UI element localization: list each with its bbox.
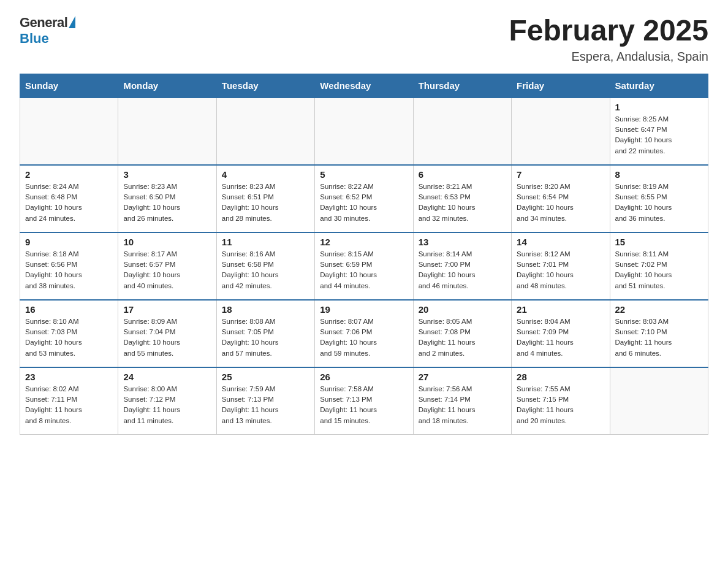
logo: General Blue	[20, 15, 75, 47]
day-number: 11	[222, 237, 309, 247]
calendar-cell	[20, 98, 118, 165]
calendar-cell	[512, 98, 610, 165]
day-number: 20	[419, 304, 506, 315]
week-row-2: 2Sunrise: 8:24 AM Sunset: 6:48 PM Daylig…	[20, 165, 708, 232]
day-number: 5	[320, 169, 408, 180]
logo-triangle-icon	[69, 16, 75, 28]
day-info: Sunrise: 8:17 AM Sunset: 6:57 PM Dayligh…	[123, 249, 211, 291]
day-info: Sunrise: 8:12 AM Sunset: 7:01 PM Dayligh…	[517, 249, 604, 291]
day-info: Sunrise: 8:23 AM Sunset: 6:50 PM Dayligh…	[123, 182, 211, 224]
day-number: 12	[320, 237, 408, 247]
day-number: 22	[615, 304, 703, 315]
day-header-sunday: Sunday	[20, 74, 118, 98]
calendar-subtitle: Espera, Andalusia, Spain	[509, 50, 708, 64]
calendar-cell: 27Sunrise: 7:56 AM Sunset: 7:14 PM Dayli…	[413, 367, 511, 435]
day-info: Sunrise: 8:07 AM Sunset: 7:06 PM Dayligh…	[320, 316, 408, 359]
day-info: Sunrise: 8:04 AM Sunset: 7:09 PM Dayligh…	[517, 316, 604, 359]
day-info: Sunrise: 8:22 AM Sunset: 6:52 PM Dayligh…	[320, 182, 408, 224]
calendar-cell: 17Sunrise: 8:09 AM Sunset: 7:04 PM Dayli…	[118, 300, 216, 367]
day-number: 16	[25, 304, 113, 315]
calendar-cell: 28Sunrise: 7:55 AM Sunset: 7:15 PM Dayli…	[512, 367, 610, 435]
day-info: Sunrise: 8:25 AM Sunset: 6:47 PM Dayligh…	[615, 114, 703, 156]
calendar-cell: 7Sunrise: 8:20 AM Sunset: 6:54 PM Daylig…	[512, 165, 610, 232]
day-info: Sunrise: 8:24 AM Sunset: 6:48 PM Dayligh…	[25, 182, 113, 224]
day-info: Sunrise: 8:21 AM Sunset: 6:53 PM Dayligh…	[419, 182, 506, 224]
day-info: Sunrise: 8:15 AM Sunset: 6:59 PM Dayligh…	[320, 249, 408, 291]
day-number: 2	[25, 169, 113, 180]
day-number: 9	[25, 237, 113, 247]
title-block: February 2025 Espera, Andalusia, Spain	[509, 15, 708, 64]
calendar-cell: 26Sunrise: 7:58 AM Sunset: 7:13 PM Dayli…	[315, 367, 413, 435]
day-info: Sunrise: 8:05 AM Sunset: 7:08 PM Dayligh…	[419, 316, 506, 359]
day-info: Sunrise: 8:10 AM Sunset: 7:03 PM Dayligh…	[25, 316, 113, 359]
page-header: General Blue February 2025 Espera, Andal…	[20, 15, 708, 64]
day-number: 10	[123, 237, 211, 247]
day-info: Sunrise: 7:55 AM Sunset: 7:15 PM Dayligh…	[517, 384, 604, 426]
calendar-cell: 18Sunrise: 8:08 AM Sunset: 7:05 PM Dayli…	[216, 300, 314, 367]
calendar-cell: 4Sunrise: 8:23 AM Sunset: 6:51 PM Daylig…	[216, 165, 314, 232]
day-number: 19	[320, 304, 408, 315]
day-number: 6	[419, 169, 506, 180]
calendar-cell	[413, 98, 511, 165]
day-info: Sunrise: 8:00 AM Sunset: 7:12 PM Dayligh…	[123, 384, 211, 426]
day-info: Sunrise: 8:19 AM Sunset: 6:55 PM Dayligh…	[615, 182, 703, 224]
calendar-cell: 15Sunrise: 8:11 AM Sunset: 7:02 PM Dayli…	[610, 232, 708, 300]
day-number: 7	[517, 169, 604, 180]
calendar-cell	[315, 98, 413, 165]
day-number: 15	[615, 237, 703, 247]
day-header-tuesday: Tuesday	[216, 74, 314, 98]
calendar-cell: 25Sunrise: 7:59 AM Sunset: 7:13 PM Dayli…	[216, 367, 314, 435]
calendar-title: February 2025	[509, 15, 708, 47]
logo-blue-text: Blue	[20, 31, 49, 47]
day-info: Sunrise: 7:58 AM Sunset: 7:13 PM Dayligh…	[320, 384, 408, 426]
day-info: Sunrise: 8:08 AM Sunset: 7:05 PM Dayligh…	[222, 316, 309, 359]
day-number: 27	[419, 372, 506, 382]
day-info: Sunrise: 8:03 AM Sunset: 7:10 PM Dayligh…	[615, 316, 703, 359]
day-header-thursday: Thursday	[413, 74, 511, 98]
day-number: 24	[123, 372, 211, 382]
calendar-cell: 8Sunrise: 8:19 AM Sunset: 6:55 PM Daylig…	[610, 165, 708, 232]
day-number: 3	[123, 169, 211, 180]
day-info: Sunrise: 8:14 AM Sunset: 7:00 PM Dayligh…	[419, 249, 506, 291]
day-number: 26	[320, 372, 408, 382]
day-info: Sunrise: 8:09 AM Sunset: 7:04 PM Dayligh…	[123, 316, 211, 359]
day-number: 17	[123, 304, 211, 315]
calendar-table: SundayMondayTuesdayWednesdayThursdayFrid…	[20, 74, 708, 435]
calendar-cell: 22Sunrise: 8:03 AM Sunset: 7:10 PM Dayli…	[610, 300, 708, 367]
day-info: Sunrise: 8:02 AM Sunset: 7:11 PM Dayligh…	[25, 384, 113, 426]
calendar-cell: 24Sunrise: 8:00 AM Sunset: 7:12 PM Dayli…	[118, 367, 216, 435]
calendar-cell: 11Sunrise: 8:16 AM Sunset: 6:58 PM Dayli…	[216, 232, 314, 300]
day-number: 4	[222, 169, 309, 180]
week-row-1: 1Sunrise: 8:25 AM Sunset: 6:47 PM Daylig…	[20, 98, 708, 165]
day-number: 14	[517, 237, 604, 247]
week-row-5: 23Sunrise: 8:02 AM Sunset: 7:11 PM Dayli…	[20, 367, 708, 435]
calendar-cell: 20Sunrise: 8:05 AM Sunset: 7:08 PM Dayli…	[413, 300, 511, 367]
day-info: Sunrise: 8:23 AM Sunset: 6:51 PM Dayligh…	[222, 182, 309, 224]
day-header-saturday: Saturday	[610, 74, 708, 98]
day-number: 25	[222, 372, 309, 382]
day-info: Sunrise: 8:11 AM Sunset: 7:02 PM Dayligh…	[615, 249, 703, 291]
day-number: 18	[222, 304, 309, 315]
day-number: 21	[517, 304, 604, 315]
day-number: 23	[25, 372, 113, 382]
calendar-cell	[610, 367, 708, 435]
day-header-wednesday: Wednesday	[315, 74, 413, 98]
week-row-3: 9Sunrise: 8:18 AM Sunset: 6:56 PM Daylig…	[20, 232, 708, 300]
calendar-cell: 5Sunrise: 8:22 AM Sunset: 6:52 PM Daylig…	[315, 165, 413, 232]
days-header-row: SundayMondayTuesdayWednesdayThursdayFrid…	[20, 74, 708, 98]
calendar-cell: 10Sunrise: 8:17 AM Sunset: 6:57 PM Dayli…	[118, 232, 216, 300]
calendar-cell: 23Sunrise: 8:02 AM Sunset: 7:11 PM Dayli…	[20, 367, 118, 435]
day-info: Sunrise: 8:18 AM Sunset: 6:56 PM Dayligh…	[25, 249, 113, 291]
calendar-cell: 2Sunrise: 8:24 AM Sunset: 6:48 PM Daylig…	[20, 165, 118, 232]
calendar-cell: 3Sunrise: 8:23 AM Sunset: 6:50 PM Daylig…	[118, 165, 216, 232]
calendar-cell: 21Sunrise: 8:04 AM Sunset: 7:09 PM Dayli…	[512, 300, 610, 367]
day-header-monday: Monday	[118, 74, 216, 98]
day-info: Sunrise: 7:59 AM Sunset: 7:13 PM Dayligh…	[222, 384, 309, 426]
day-info: Sunrise: 8:20 AM Sunset: 6:54 PM Dayligh…	[517, 182, 604, 224]
week-row-4: 16Sunrise: 8:10 AM Sunset: 7:03 PM Dayli…	[20, 300, 708, 367]
day-number: 28	[517, 372, 604, 382]
calendar-cell: 1Sunrise: 8:25 AM Sunset: 6:47 PM Daylig…	[610, 98, 708, 165]
day-number: 8	[615, 169, 703, 180]
calendar-cell: 19Sunrise: 8:07 AM Sunset: 7:06 PM Dayli…	[315, 300, 413, 367]
day-number: 13	[419, 237, 506, 247]
